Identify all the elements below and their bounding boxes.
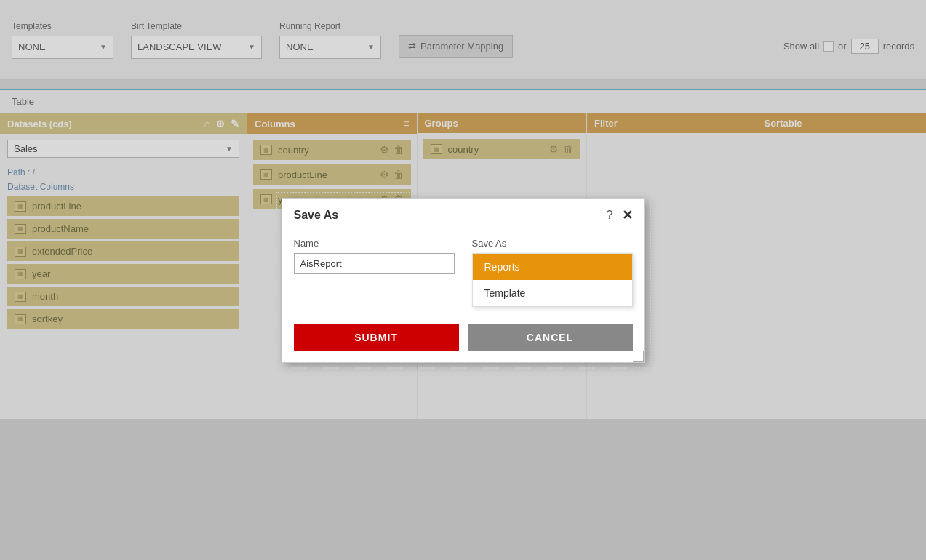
save-as-dialog: Save As ? ✕ Name Save As Reports Templat… [282,198,645,363]
saveas-reports-label: Reports [484,261,520,273]
saveas-option-template[interactable]: Template [473,280,632,306]
dialog-saveas-field: Save As Reports Template [472,238,633,307]
dialog-name-field: Name [294,238,455,274]
name-input[interactable] [294,253,455,274]
dialog-title: Save As [294,209,339,222]
name-field-label: Name [294,238,455,249]
saveas-label: Save As [472,238,633,249]
saveas-dropdown: Reports Template [472,253,633,307]
submit-button[interactable]: SUBMIT [294,324,459,351]
resize-handle[interactable] [633,351,644,362]
dialog-footer: SUBMIT CANCEL [282,316,644,362]
saveas-template-label: Template [484,287,526,299]
close-icon[interactable]: ✕ [622,207,633,223]
dialog-overlay: Save As ? ✕ Name Save As Reports Templat… [0,0,926,560]
help-icon[interactable]: ? [607,209,613,222]
dialog-title-bar: Save As ? ✕ [282,199,644,229]
dialog-title-icons: ? ✕ [607,207,633,223]
cancel-button[interactable]: CANCEL [468,324,633,351]
saveas-option-reports[interactable]: Reports [473,254,632,280]
dialog-body: Name Save As Reports Template [282,229,644,316]
